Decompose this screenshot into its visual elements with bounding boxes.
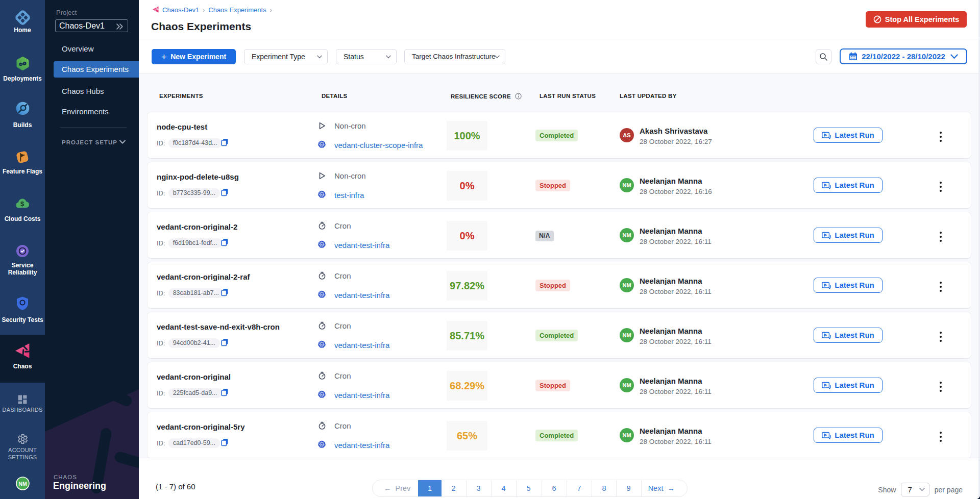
- svg-text:$: $: [20, 200, 24, 208]
- svg-text:NM: NM: [18, 481, 27, 487]
